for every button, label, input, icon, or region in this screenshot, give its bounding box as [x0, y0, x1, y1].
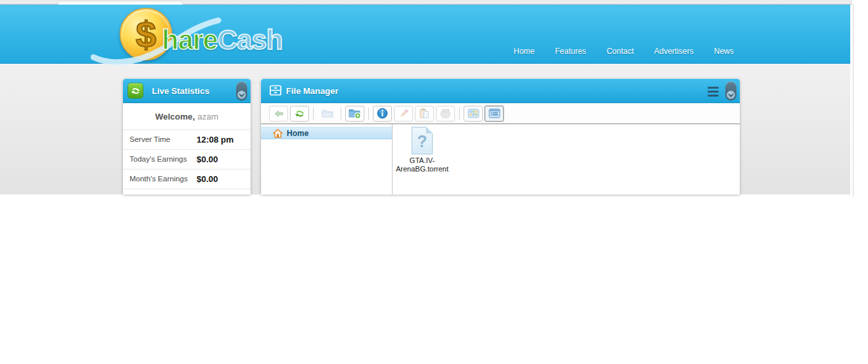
- stat-label: Today's Earnings: [130, 155, 187, 163]
- stat-row-todays-earnings: Today's Earnings $0.00: [123, 150, 251, 170]
- toolbar-separator: [313, 108, 314, 120]
- username: azam: [197, 112, 218, 122]
- site-header: $ hareCash Home Features Contact Adverti…: [0, 5, 850, 64]
- file-manager-header: File Manager: [261, 79, 740, 103]
- tree-item-label: Home: [287, 129, 308, 138]
- fm-body: Home ? GTA.IV-ArenaBG.torrent: [261, 124, 740, 194]
- welcome-label: Welcome,: [155, 112, 195, 122]
- stat-label: Server Time: [130, 135, 170, 143]
- nav-advertisers[interactable]: Advertisers: [654, 47, 694, 56]
- question-mark-glyph: ?: [417, 132, 427, 151]
- fm-toolbar: [261, 103, 740, 124]
- chevron-down-icon: [727, 91, 735, 99]
- info-icon: [377, 108, 388, 119]
- browser-top-strip: [0, 0, 852, 5]
- printer-icon: [440, 108, 451, 119]
- toolbar-separator: [341, 108, 341, 120]
- logo-wordmark: hareCash: [162, 24, 282, 56]
- stat-row-months-earnings: Month's Earnings $0.00: [123, 170, 251, 189]
- main-nav: Home Features Contact Advertisers News: [514, 47, 734, 56]
- logo-text-hare: hare: [162, 24, 218, 55]
- grid-view-icon: [468, 108, 479, 118]
- nav-home[interactable]: Home: [514, 47, 535, 56]
- paste-button[interactable]: [415, 106, 434, 122]
- rename-button[interactable]: [394, 106, 413, 122]
- home-icon: [273, 129, 283, 138]
- fm-file-area: ? GTA.IV-ArenaBG.torrent: [393, 124, 740, 194]
- stat-row-server-time: Server Time 12:08 pm: [123, 130, 251, 150]
- file-cabinet-icon: [269, 85, 282, 97]
- stat-value: $0.00: [197, 154, 218, 164]
- file-name-label: GTA.IV-ArenaBG.torrent: [393, 156, 451, 173]
- info-button[interactable]: [373, 106, 392, 122]
- back-arrow-icon: [274, 108, 284, 119]
- menu-icon[interactable]: [708, 87, 719, 97]
- nav-features[interactable]: Features: [555, 47, 586, 56]
- toolbar-separator: [459, 108, 460, 120]
- refresh-button[interactable]: [290, 106, 309, 122]
- screen: $ hareCash Home Features Contact Adverti…: [0, 0, 868, 364]
- list-view-button[interactable]: [485, 106, 504, 122]
- browser-window-edge: [853, 5, 854, 196]
- stat-value: 12:08 pm: [197, 135, 233, 145]
- refresh-icon: [295, 108, 305, 119]
- refresh-stats-icon: [128, 83, 143, 99]
- fm-collapse-toggle[interactable]: [725, 81, 736, 101]
- new-folder-button[interactable]: [345, 106, 364, 122]
- paste-clipboard-icon: [419, 108, 430, 119]
- open-folder-button[interactable]: [318, 106, 337, 122]
- welcome-row: Welcome, azam: [123, 103, 251, 130]
- live-statistics-header: Live Statistics: [123, 79, 251, 103]
- new-folder-icon: [349, 108, 361, 119]
- file-manager-title: File Manager: [286, 86, 338, 96]
- folder-icon: [322, 108, 333, 118]
- live-statistics-panel: Live Statistics Welcome, azam Server Tim…: [123, 79, 251, 194]
- nav-news[interactable]: News: [714, 47, 734, 56]
- fm-folder-tree: Home: [261, 124, 393, 194]
- tree-item-home[interactable]: Home: [261, 127, 392, 139]
- unknown-file-icon: ?: [412, 127, 433, 154]
- grid-view-button[interactable]: [464, 106, 483, 122]
- chevron-down-icon: [237, 91, 246, 99]
- live-statistics-title: Live Statistics: [152, 86, 209, 96]
- pencil-icon: [398, 108, 409, 119]
- logo-text-cash: Cash: [218, 24, 283, 55]
- stat-value: $0.00: [197, 174, 218, 184]
- stat-label: Month's Earnings: [130, 175, 188, 183]
- back-button[interactable]: [269, 106, 288, 122]
- print-button[interactable]: [436, 106, 455, 122]
- nav-contact[interactable]: Contact: [606, 47, 633, 56]
- stats-collapse-toggle[interactable]: [236, 81, 247, 101]
- file-item[interactable]: ? GTA.IV-ArenaBG.torrent: [393, 127, 452, 173]
- list-view-icon: [489, 108, 500, 118]
- file-manager-panel: File Manager: [261, 79, 740, 194]
- toolbar-separator: [368, 108, 369, 120]
